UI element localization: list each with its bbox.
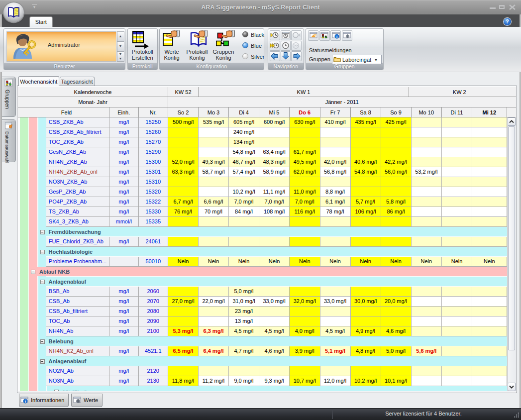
svg-text:i: i (336, 34, 337, 39)
svg-text:i: i (25, 399, 26, 404)
